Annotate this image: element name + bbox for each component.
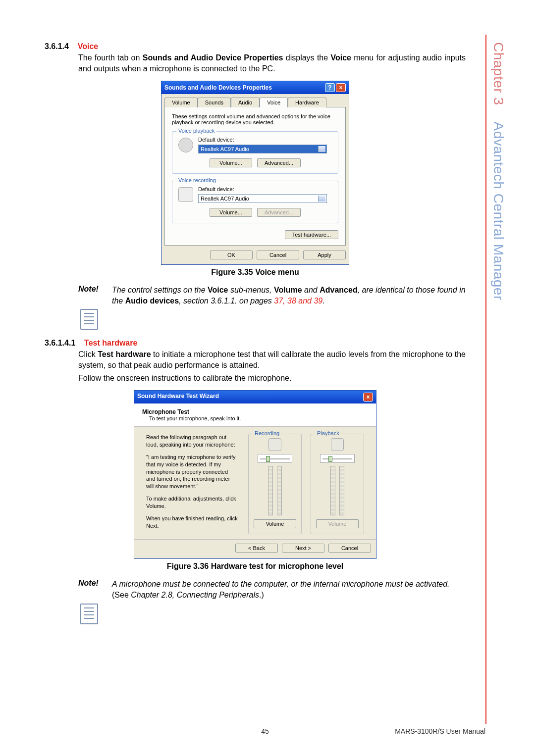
section-number: 3.6.1.4	[45, 42, 69, 50]
page-footer: 45 MARS-3100R/S User Manual	[45, 727, 485, 735]
side-tab-title: Advantech Central Manager	[491, 122, 506, 301]
recording-volume-button[interactable]: Volume...	[210, 208, 252, 217]
speaker-icon	[331, 438, 344, 451]
close-button[interactable]: ×	[363, 393, 373, 402]
section-title: Voice	[78, 42, 99, 50]
note-icon	[80, 604, 98, 624]
playback-advanced-button[interactable]: Advanced...	[257, 158, 301, 167]
voice-recording-group: Voice recording Default device: Realtek …	[172, 181, 338, 223]
playback-device-select[interactable]: Realtek AC97 Audio	[198, 145, 327, 153]
subsection-p1: Click Test hardware to initiate a microp…	[45, 349, 466, 370]
tab-hardware[interactable]: Hardware	[288, 98, 326, 107]
apply-button[interactable]: Apply	[303, 251, 346, 259]
playback-meter-group: Playback Volume	[311, 434, 364, 534]
wizard-head-sub: To test your microphone, speak into it.	[142, 415, 368, 421]
page-crossref[interactable]: 37, 38 and 39	[274, 297, 322, 305]
section-body: The fourth tab on Sounds and Audio Devic…	[45, 52, 466, 74]
playback-group-title: Playback	[315, 430, 341, 436]
note-block-2: Note! A microphone must be connected to …	[78, 579, 466, 600]
wizard-head-title: Microphone Test	[142, 408, 368, 415]
tab-volume[interactable]: Volume	[164, 98, 198, 107]
note-label: Note!	[78, 579, 103, 600]
tab-strip: Volume Sounds Audio Voice Hardware	[161, 94, 349, 107]
recording-meter-group: Recording Volume	[248, 434, 302, 534]
level-bar	[268, 466, 273, 515]
wizard-titlebar: Sound Hardware Test Wizard ×	[134, 391, 376, 403]
group-title-playback: Voice playback	[176, 128, 216, 134]
test-hardware-button[interactable]: Test hardware...	[285, 230, 338, 239]
speaker-icon	[178, 138, 193, 152]
wizard-instructions: Read the following paragraph out loud, s…	[146, 434, 238, 534]
voice-properties-dialog: Sounds and Audio Devices Properties ? × …	[161, 81, 349, 265]
level-bar	[330, 466, 335, 515]
ok-button[interactable]: OK	[210, 251, 253, 259]
group-title-recording: Voice recording	[176, 177, 218, 183]
level-bar	[339, 466, 344, 515]
recording-slider[interactable]	[258, 454, 292, 463]
default-device-label: Default device:	[198, 186, 327, 192]
dialog-description: These settings control volume and advanc…	[172, 113, 338, 125]
level-bar	[277, 466, 282, 515]
subsection-p2: Follow the onscreen instructions to cali…	[45, 373, 466, 384]
tab-audio[interactable]: Audio	[231, 98, 260, 107]
close-button[interactable]: ×	[336, 83, 346, 92]
side-tab-text: Chapter 3 Advantech Central Manager	[490, 42, 506, 301]
recording-advanced-button: Advanced...	[257, 208, 301, 217]
tab-sounds[interactable]: Sounds	[198, 98, 231, 107]
note-label: Note!	[78, 285, 103, 306]
subsection-number: 3.6.1.4.1	[45, 339, 75, 347]
note-icon	[80, 309, 98, 330]
dialog-title: Sounds and Audio Devices Properties	[164, 84, 272, 91]
tab-voice[interactable]: Voice	[260, 98, 288, 107]
playback-volume-button[interactable]: Volume...	[210, 158, 252, 167]
cancel-button[interactable]: Cancel	[328, 544, 371, 553]
wizard-title: Sound Hardware Test Wizard	[137, 393, 219, 402]
manual-name: MARS-3100R/S User Manual	[395, 727, 485, 735]
sound-hardware-test-wizard: Sound Hardware Test Wizard × Microphone …	[134, 390, 376, 559]
recording-volume-button[interactable]: Volume	[254, 519, 296, 528]
help-button[interactable]: ?	[325, 83, 335, 92]
next-button[interactable]: Next >	[282, 544, 324, 553]
figure-caption-2: Figure 3.36 Hardware test for microphone…	[45, 562, 466, 571]
cancel-button[interactable]: Cancel	[257, 251, 299, 259]
default-device-label: Default device:	[198, 137, 327, 143]
voice-playback-group: Voice playback Default device: Realtek A…	[172, 131, 338, 174]
microphone-icon	[268, 438, 281, 451]
recording-group-title: Recording	[253, 430, 281, 436]
dialog-titlebar: Sounds and Audio Devices Properties ? ×	[161, 81, 349, 94]
subsection-title: Test hardware	[84, 339, 137, 347]
recording-device-select[interactable]: Realtek AC97 Audio	[198, 194, 327, 203]
side-tab: Chapter 3 Advantech Central Manager	[485, 35, 510, 724]
playback-volume-button: Volume	[316, 519, 359, 528]
microphone-icon	[178, 187, 193, 202]
note-block-1: Note! The control settings on the Voice …	[78, 285, 466, 306]
figure-caption-1: Figure 3.35 Voice menu	[45, 268, 466, 277]
page-number: 45	[261, 727, 269, 735]
side-tab-chapter: Chapter 3	[491, 42, 506, 105]
playback-slider[interactable]	[320, 454, 355, 463]
back-button[interactable]: < Back	[235, 544, 278, 553]
